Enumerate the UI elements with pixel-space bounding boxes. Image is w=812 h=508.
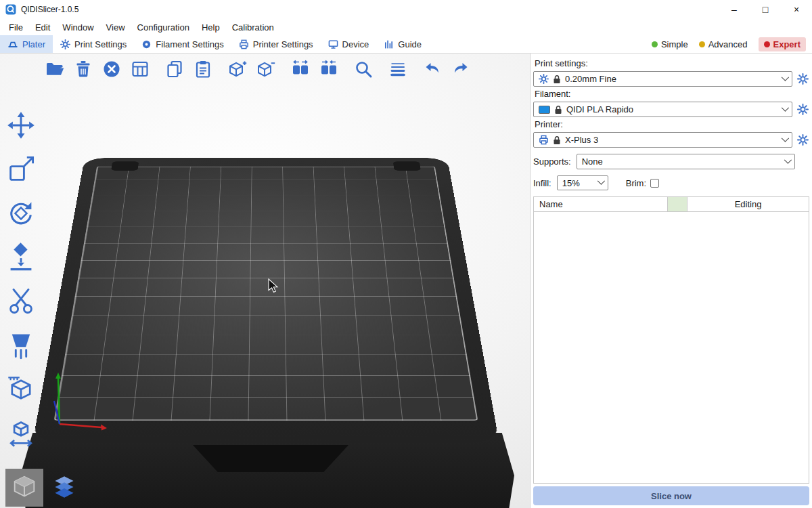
filament-value: QIDI PLA Rapido [566,104,633,114]
measure-button[interactable] [4,373,38,406]
minimize-button[interactable]: – [719,0,750,19]
place-on-face-button[interactable] [4,241,38,274]
chevron-down-icon [782,134,789,142]
viewport-3d[interactable] [0,54,530,508]
editor-view-button[interactable] [5,469,43,507]
filament-color-swatch [539,106,550,114]
copy-icon [165,60,184,79]
menu-help[interactable]: Help [196,20,226,35]
view-switch [5,469,83,507]
tab-label: Printer Settings [253,39,313,49]
main-content: Print settings: 0.20mm Fine [0,54,812,508]
add-instance-button[interactable] [227,59,248,79]
column-name: Name [534,197,668,211]
undo-button[interactable] [422,59,443,79]
menu-configuration[interactable]: Configuration [131,20,196,35]
supports-row: Supports: None [533,154,809,169]
filament-gear-button[interactable] [796,102,809,117]
paste-button[interactable] [193,59,213,79]
rotate-button[interactable] [4,197,38,230]
app-logo-icon [5,4,16,15]
delete-button[interactable] [73,59,93,79]
axes-indicator [45,362,119,436]
tab-guide[interactable]: Guide [376,35,429,53]
split-parts-button[interactable] [319,59,339,79]
maximize-button[interactable]: □ [750,0,781,19]
mode-label: Expert [773,39,800,49]
infill-value: 15% [562,178,580,188]
menu-calibration[interactable]: Calibration [226,20,280,35]
preview-view-button[interactable] [45,469,83,507]
split-objects-button[interactable] [290,59,311,79]
titlebar[interactable]: QIDISlicer-1.0.5 – □ × [0,0,812,19]
tab-label: Print Settings [74,39,127,49]
editor-3d-view-icon [10,473,39,502]
filament-row: QIDI PLA Rapido [533,102,809,117]
remove-instance-button[interactable] [256,59,276,79]
move-button[interactable] [4,109,38,142]
paste-icon [194,60,212,79]
delete-all-button[interactable] [102,59,122,79]
measure-distance-button[interactable] [4,417,38,450]
arrange-button[interactable] [130,59,150,79]
print-settings-icon [60,39,70,49]
open-folder-button[interactable] [45,59,65,79]
close-button[interactable]: × [781,0,812,19]
gear-icon [797,134,809,146]
mode-advanced[interactable]: Advanced [699,39,748,49]
app-window: QIDISlicer-1.0.5 – □ × File Edit Window … [0,0,812,508]
scale-button[interactable] [4,153,38,186]
copy-button[interactable] [164,59,185,79]
print-settings-value: 0.20mm Fine [565,74,616,84]
infill-label: Infill: [533,178,551,188]
redo-button[interactable] [451,59,471,79]
remove-instance-icon [256,60,275,79]
printer-row: X-Plus 3 [533,132,809,148]
redo-icon [451,60,470,79]
printer-combo[interactable]: X-Plus 3 [533,132,792,148]
tabbar: Plater Print Settings Filament Settings [0,35,812,54]
printer-gear-button[interactable] [796,133,809,148]
mode-label: Advanced [708,39,748,49]
menu-window[interactable]: Window [56,20,99,35]
menu-file[interactable]: File [3,20,29,35]
advanced-dot-icon [699,41,705,47]
menu-view[interactable]: View [100,20,131,35]
variable-layer-height-button[interactable] [388,59,408,79]
tab-printer-settings[interactable]: Printer Settings [231,35,321,53]
mode-simple[interactable]: Simple [652,39,688,49]
paint-supports-button[interactable] [4,329,38,362]
filament-combo[interactable]: QIDI PLA Rapido [533,102,792,117]
add-instance-icon [228,60,247,79]
infill-combo[interactable]: 15% [557,175,608,190]
tab-filament-settings[interactable]: Filament Settings [134,35,231,53]
mouse-cursor-icon [268,278,279,293]
split-objects-icon [291,60,310,79]
tab-device[interactable]: Device [321,35,377,53]
printer-settings-icon [239,39,249,49]
arrange-icon [131,60,150,79]
print-settings-gear-button[interactable] [796,72,809,87]
tab-label: Guide [398,39,422,49]
variable-layer-height-icon [388,60,407,79]
tab-print-settings[interactable]: Print Settings [53,35,134,53]
gizmo-toolbar [4,109,38,450]
menu-edit[interactable]: Edit [29,20,56,35]
printer-value: X-Plus 3 [565,135,598,145]
print-settings-combo[interactable]: 0.20mm Fine [533,71,792,87]
undo-icon [423,60,442,79]
window-title: QIDISlicer-1.0.5 [21,5,78,14]
slice-now-button[interactable]: Slice now [533,486,809,505]
printer-handle [193,445,348,472]
brim-label: Brim: [626,178,646,188]
brim-checkbox[interactable] [650,179,659,188]
column-editing: Editing [687,197,809,211]
search-icon [354,60,373,79]
mode-expert[interactable]: Expert [759,37,806,51]
tab-plater[interactable]: Plater [0,35,53,53]
cut-button[interactable] [4,285,38,318]
search-button[interactable] [353,59,374,79]
chevron-down-icon [597,177,604,185]
supports-combo[interactable]: None [577,154,795,169]
simple-dot-icon [652,41,658,47]
